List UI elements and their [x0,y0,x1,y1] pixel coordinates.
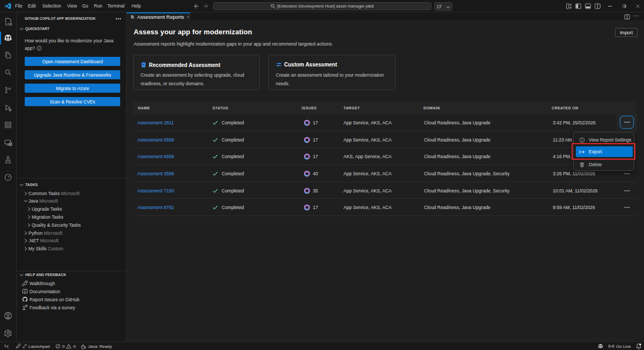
svg-text:LOG: LOG [5,23,12,26]
